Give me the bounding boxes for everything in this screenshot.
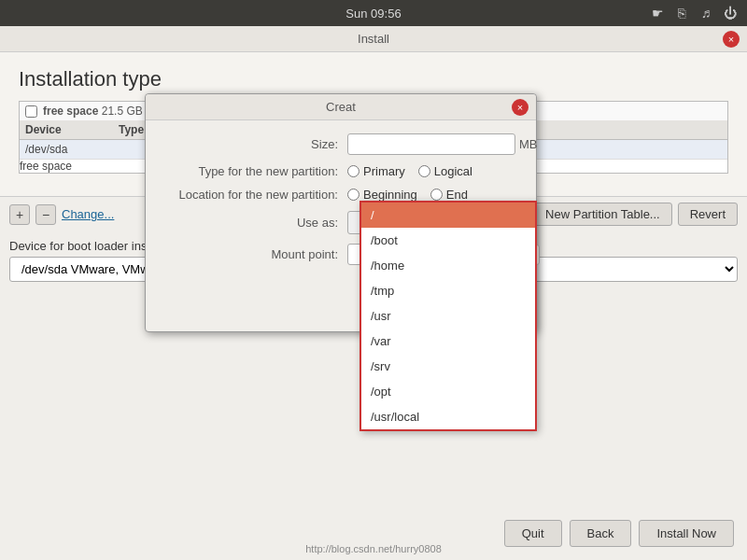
volume-icon[interactable]: ♬ xyxy=(697,6,715,21)
use-as-label: Use as: xyxy=(161,216,347,230)
location-beginning-radio[interactable] xyxy=(347,189,359,201)
size-input[interactable] xyxy=(347,133,515,155)
revert-button[interactable]: Revert xyxy=(678,203,738,226)
mount-option-tmp[interactable]: /tmp xyxy=(361,278,535,303)
mount-option-boot[interactable]: /boot xyxy=(361,228,535,253)
location-label: Location for the new partition: xyxy=(161,188,347,202)
final-buttons: Quit Back Install Now xyxy=(504,520,734,547)
dialog-titlebar: Creat × xyxy=(146,94,536,120)
location-end-option[interactable]: End xyxy=(430,188,468,202)
location-row: Location for the new partition: Beginnin… xyxy=(161,188,521,202)
type-radio-group: Primary Logical xyxy=(347,164,521,178)
change-button[interactable]: Change... xyxy=(62,207,114,221)
mount-option-var[interactable]: /var xyxy=(361,329,535,354)
network-icon[interactable]: ⎘ xyxy=(672,6,691,21)
type-logical-radio[interactable] xyxy=(418,165,430,177)
mount-point-dropdown: / /boot /home /tmp /usr /var /srv /opt /… xyxy=(359,201,537,431)
page-title: Installation type xyxy=(19,67,728,91)
add-partition-button[interactable]: + xyxy=(9,204,30,225)
watermark: http://blog.csdn.net/hurry0808 xyxy=(305,543,442,554)
mount-option-srv[interactable]: /srv xyxy=(361,354,535,379)
mount-option-usr[interactable]: /usr xyxy=(361,303,535,329)
window-titlebar: Install × xyxy=(0,26,747,52)
type-label: Type for the new partition: xyxy=(161,164,347,178)
dialog-close-button[interactable]: × xyxy=(512,99,529,116)
free-space-checkbox[interactable] xyxy=(25,105,37,118)
size-row: Size: MB xyxy=(161,133,521,155)
install-now-button[interactable]: Install Now xyxy=(639,520,734,547)
new-partition-table-button[interactable]: New Partition Table... xyxy=(533,203,672,226)
power-icon[interactable]: ⏻ xyxy=(721,6,740,21)
person-icon[interactable]: ☛ xyxy=(648,6,667,21)
mount-option-home[interactable]: /home xyxy=(361,253,535,278)
topbar-time: Sun 09:56 xyxy=(345,7,401,21)
col-header-device: Device xyxy=(20,120,113,139)
topbar: Sun 09:56 ☛ ⎘ ♬ ⏻ xyxy=(0,0,747,26)
location-beginning-option[interactable]: Beginning xyxy=(347,188,417,202)
mount-option-opt[interactable]: /opt xyxy=(361,379,535,404)
type-primary-radio[interactable] xyxy=(347,165,359,177)
window-title: Install xyxy=(358,32,389,46)
mount-option-usr-local[interactable]: /usr/local xyxy=(361,404,535,429)
size-label: Size: xyxy=(161,137,347,151)
type-primary-option[interactable]: Primary xyxy=(347,164,405,178)
dialog-title: Creat xyxy=(326,100,356,114)
remove-partition-button[interactable]: − xyxy=(35,204,56,225)
back-button[interactable]: Back xyxy=(570,520,632,547)
location-end-radio[interactable] xyxy=(430,189,443,201)
quit-button[interactable]: Quit xyxy=(504,520,562,547)
device-cell: /dev/sda xyxy=(20,140,113,159)
unit-label: MB xyxy=(519,137,538,151)
mount-point-label: Mount point: xyxy=(161,247,347,261)
location-radio-group: Beginning End xyxy=(347,188,521,202)
free-space-label: free space xyxy=(43,105,98,118)
device-cell-free: free space xyxy=(20,160,113,173)
mount-option-root[interactable]: / xyxy=(361,203,535,228)
free-space-size: 21.5 GB xyxy=(102,105,143,118)
type-logical-option[interactable]: Logical xyxy=(418,164,472,178)
size-input-group: MB xyxy=(347,133,538,155)
topbar-icons: ☛ ⎘ ♬ ⏻ xyxy=(648,6,740,21)
type-row: Type for the new partition: Primary Logi… xyxy=(161,164,521,178)
window-close-button[interactable]: × xyxy=(723,31,740,48)
